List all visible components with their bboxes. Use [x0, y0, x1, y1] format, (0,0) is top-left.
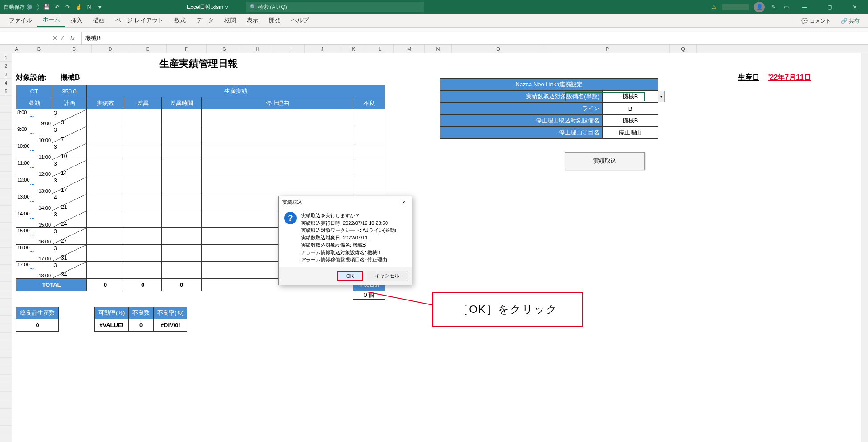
tab-file[interactable]: ファイル	[4, 14, 37, 27]
total-label: TOTAL	[16, 279, 87, 291]
tab-developer[interactable]: 開発	[264, 14, 286, 27]
total-actual: 0	[87, 279, 124, 291]
save-icon[interactable]: 💾	[43, 4, 50, 11]
sheet-area[interactable]: 12345677172 生産実績管理日報 対象設備: 機械B 生産日 '22年7…	[0, 53, 868, 442]
tab-draw[interactable]: 描画	[88, 14, 110, 27]
config-panel: Nazca Neo Linka連携設定 実績数取込対象設備名(単数)機械B▾ライ…	[440, 78, 658, 170]
touch-icon[interactable]: ☝	[75, 4, 82, 11]
comments-button[interactable]: 💬 コメント	[796, 15, 835, 27]
table-row: 10:00〜11:00310	[16, 143, 385, 160]
svg-line-0	[52, 109, 86, 126]
svg-line-3	[52, 160, 86, 177]
config-title: Nazca Neo Linka連携設定	[440, 79, 658, 91]
instruction-callout: ［OK］をクリック	[432, 292, 583, 327]
filename[interactable]: Excel日報.xlsm ∨	[169, 4, 246, 11]
cancel-button[interactable]: キャンセル	[367, 271, 408, 281]
total-diff: 0	[124, 279, 162, 291]
tab-formulas[interactable]: 数式	[169, 14, 191, 27]
good-summary: 総良品生産数 0	[16, 307, 59, 332]
table-row: 12:00〜13:00317	[16, 177, 385, 194]
svg-line-2	[52, 143, 86, 160]
production-date-label: 生産日	[738, 73, 759, 82]
redo-icon[interactable]: ↷	[64, 4, 71, 11]
account-name[interactable]	[722, 4, 749, 10]
row-headers[interactable]: 12345677172	[0, 53, 12, 442]
n-icon[interactable]: N	[86, 4, 93, 11]
warning-icon[interactable]: ⚠	[712, 4, 717, 10]
tab-help[interactable]: ヘルプ	[286, 14, 314, 27]
svg-line-5	[52, 194, 86, 211]
rate-summary: 可動率(%) 不良数 不良率(%) #VALUE! 0 #DIV/0!	[94, 307, 187, 332]
ok-button[interactable]: OK	[337, 271, 363, 281]
ribbon-body	[0, 28, 868, 32]
tab-review[interactable]: 校閲	[219, 14, 241, 27]
total-diff-time: 0	[162, 279, 202, 291]
tab-data[interactable]: データ	[191, 14, 219, 27]
target-equipment-value: 機械B	[61, 73, 123, 82]
import-button[interactable]: 実績取込	[565, 152, 645, 170]
close-button[interactable]: ✕	[845, 0, 864, 14]
more-icon[interactable]: ▾	[96, 4, 103, 11]
report-title: 生産実績管理日報	[16, 57, 381, 70]
undo-icon[interactable]: ↶	[53, 4, 61, 11]
question-icon: ?	[284, 212, 297, 224]
ribbon-options-icon[interactable]: ▭	[782, 4, 790, 11]
enter-formula-icon[interactable]: ✓	[60, 35, 65, 41]
dialog-close-icon[interactable]: ✕	[399, 199, 408, 205]
avatar[interactable]: 👤	[754, 2, 765, 12]
svg-line-4	[52, 177, 86, 194]
svg-line-9	[52, 262, 86, 278]
autosave-label: 自動保存	[4, 4, 25, 11]
tab-home[interactable]: ホーム	[37, 13, 65, 27]
svg-line-7	[52, 228, 86, 244]
svg-line-6	[52, 211, 86, 227]
autosave-toggle[interactable]: 自動保存	[4, 4, 39, 11]
production-date-value: '22年7月11日	[768, 73, 811, 82]
maximize-button[interactable]: ▢	[820, 0, 839, 14]
ct-value: 350.0	[52, 85, 87, 97]
table-row: 11:00〜12:00314	[16, 160, 385, 177]
ribbon-tabs: ファイル ホーム 挿入 描画 ページ レイアウト 数式 データ 校閲 表示 開発…	[0, 14, 868, 28]
svg-line-8	[52, 245, 86, 261]
dialog-message: 実績取込を実行しますか？実績取込実行日時: 2022/07/12 10:28:5…	[301, 212, 396, 264]
draw-icon[interactable]: ✎	[770, 4, 777, 11]
tab-page-layout[interactable]: ページ レイアウト	[110, 14, 169, 27]
cancel-formula-icon[interactable]: ✕	[53, 35, 57, 41]
tab-view[interactable]: 表示	[241, 14, 264, 27]
formula-bar: ✕ ✓ fx 機械B	[0, 32, 868, 45]
toggle-icon	[27, 4, 39, 10]
formula-input[interactable]: 機械B	[82, 32, 868, 44]
table-row: 9:00〜10:0037	[16, 126, 385, 143]
table-row: 8:00〜9:0033	[16, 109, 385, 126]
callout-connector	[365, 292, 436, 305]
svg-line-1	[52, 126, 86, 143]
select-all-corner[interactable]	[0, 45, 12, 53]
share-button[interactable]: 🔗 共有	[836, 15, 864, 27]
vertical-scrollbar[interactable]	[861, 53, 868, 442]
ct-label: CT	[16, 85, 52, 97]
fx-icon[interactable]: fx	[68, 35, 77, 41]
tab-insert[interactable]: 挿入	[65, 14, 88, 27]
search-box[interactable]: 🔍 検索 (Alt+Q)	[246, 2, 424, 12]
column-headers[interactable]: A B C D E F G H I J K L M N O P Q	[0, 45, 868, 53]
target-equipment-label: 対象設備:	[16, 73, 61, 82]
search-icon: 🔍	[250, 4, 257, 10]
dialog-title: 実績取込	[282, 199, 399, 206]
minimize-button[interactable]: —	[795, 0, 815, 14]
result-header: 生産実績	[87, 85, 385, 97]
import-dialog: 実績取込 ✕ ? 実績取込を実行しますか？実績取込実行日時: 2022/07/1…	[278, 196, 412, 285]
svg-line-10	[365, 292, 432, 305]
title-bar: 自動保存 💾 ↶ ↷ ☝ N ▾ Excel日報.xlsm ∨ 🔍 検索 (Al…	[0, 0, 868, 14]
name-box[interactable]	[0, 32, 49, 44]
dropdown-icon[interactable]: ▾	[658, 91, 665, 102]
